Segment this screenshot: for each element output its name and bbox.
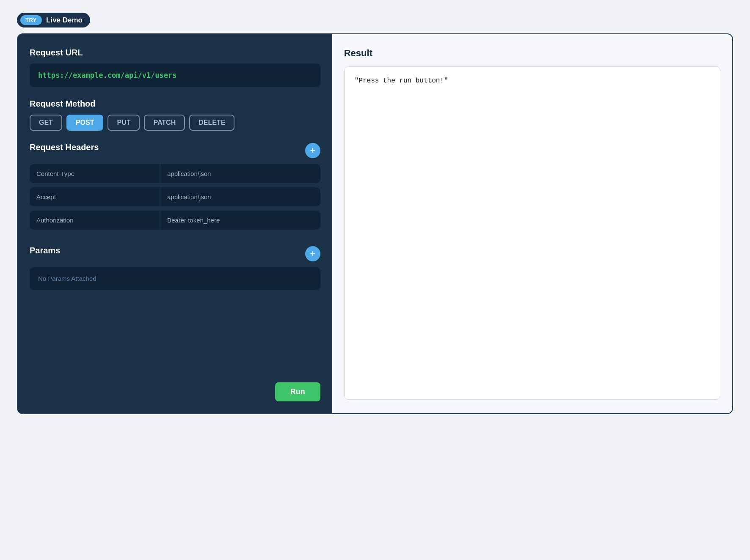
headers-header-row: Request Headers +: [30, 143, 320, 158]
params-section: Params + No Params Attached: [30, 246, 320, 367]
add-param-button[interactable]: +: [305, 246, 320, 261]
live-demo-label: Live Demo: [46, 16, 83, 25]
header-row-2: Accept application/json: [30, 187, 320, 206]
header-key-3[interactable]: Authorization: [30, 211, 160, 230]
request-url-title: Request URL: [30, 48, 320, 58]
url-value: https://example.com/api/v1/users: [38, 71, 177, 80]
request-method-title: Request Method: [30, 99, 320, 109]
method-buttons: GET POST PUT PATCH DELETE: [30, 115, 320, 131]
result-title: Result: [344, 48, 720, 59]
methods-section: Request Method GET POST PUT PATCH DELETE: [30, 99, 320, 131]
no-params-box: No Params Attached: [30, 267, 320, 290]
params-header-row: Params +: [30, 246, 320, 261]
method-patch-button[interactable]: PATCH: [144, 115, 185, 131]
url-box[interactable]: https://example.com/api/v1/users: [30, 63, 320, 87]
main-container: Request URL https://example.com/api/v1/u…: [17, 33, 733, 414]
header-value-1[interactable]: application/json: [160, 164, 320, 183]
result-box: "Press the run button!": [344, 66, 720, 400]
no-params-text: No Params Attached: [38, 275, 97, 282]
method-delete-button[interactable]: DELETE: [189, 115, 234, 131]
header-row-3: Authorization Bearer token_here: [30, 211, 320, 230]
right-panel: Result "Press the run button!": [332, 34, 732, 413]
try-badge: TRY: [20, 15, 42, 25]
headers-section: Request Headers + Content-Type applicati…: [30, 143, 320, 234]
tab-pill[interactable]: TRY Live Demo: [17, 13, 90, 27]
method-put-button[interactable]: PUT: [108, 115, 140, 131]
left-panel: Request URL https://example.com/api/v1/u…: [18, 34, 332, 413]
header-key-2[interactable]: Accept: [30, 187, 160, 206]
run-row: Run: [30, 379, 320, 401]
method-post-button[interactable]: POST: [66, 115, 104, 131]
params-title: Params: [30, 246, 60, 255]
header-key-1[interactable]: Content-Type: [30, 164, 160, 183]
add-header-button[interactable]: +: [305, 143, 320, 158]
method-get-button[interactable]: GET: [30, 115, 62, 131]
header-value-2[interactable]: application/json: [160, 187, 320, 206]
run-button[interactable]: Run: [275, 382, 320, 401]
request-headers-title: Request Headers: [30, 143, 99, 152]
header-row-1: Content-Type application/json: [30, 164, 320, 183]
header-value-3[interactable]: Bearer token_here: [160, 211, 320, 230]
